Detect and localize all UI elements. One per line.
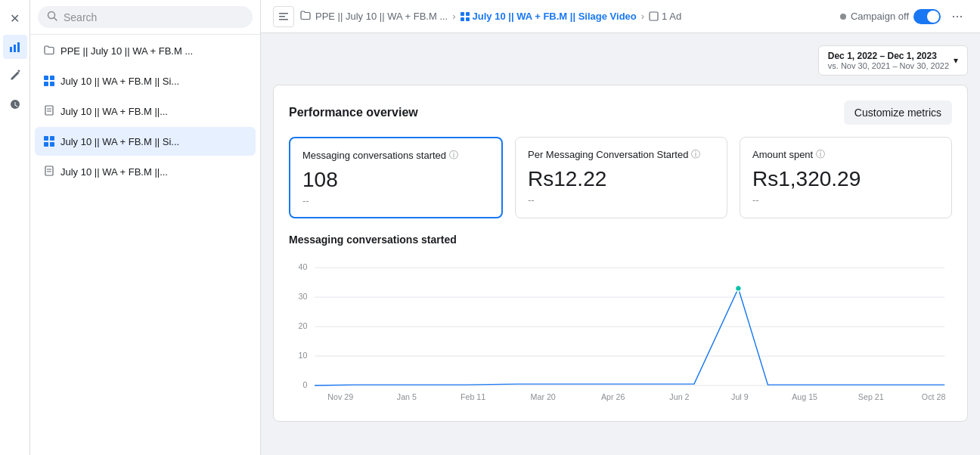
chart-icon-btn[interactable] — [3, 35, 27, 59]
svg-text:Jan 5: Jan 5 — [397, 392, 417, 401]
chart-title: Messaging conversations started — [289, 234, 952, 246]
sidebar-item-2-label: July 10 || WA + FB.M || Si... — [60, 76, 231, 87]
sidebar-item-3[interactable]: July 10 || WA + FB.M ||... ··· — [35, 97, 256, 125]
ad-badge: 1 Ad — [649, 11, 681, 22]
metric-2-label: Per Messaging Conversation Started ⓘ — [528, 148, 715, 161]
svg-text:Jun 2: Jun 2 — [669, 392, 689, 401]
metric-1-label: Messaging conversations started ⓘ — [302, 149, 489, 162]
edit-icon-btn[interactable] — [3, 63, 27, 88]
campaign-toggle[interactable] — [913, 9, 941, 24]
adset-grid-icon-breadcrumb — [461, 12, 470, 21]
svg-rect-5 — [45, 106, 53, 115]
svg-rect-8 — [45, 166, 53, 175]
svg-text:Feb 11: Feb 11 — [461, 392, 485, 401]
sidebar: PPE || July 10 || WA + FB.M ... ··· July… — [30, 0, 261, 455]
metric-2-value: Rs12.22 — [528, 167, 715, 191]
sidebar-item-5-label: July 10 || WA + FB.M ||... — [60, 166, 231, 178]
sidebar-item-3-label: July 10 || WA + FB.M ||... — [60, 106, 231, 117]
metric-1-value: 108 — [302, 168, 489, 192]
svg-rect-12 — [279, 16, 285, 17]
sidebar-item-4[interactable]: July 10 || WA + FB.M || Si... ··· — [35, 127, 256, 156]
metric-3-compare: -- — [752, 194, 939, 206]
svg-text:Oct 28: Oct 28 — [922, 392, 946, 401]
metric-3-value: Rs1,320.29 — [752, 167, 939, 191]
close-icon-btn[interactable]: ✕ — [3, 6, 27, 30]
search-input[interactable] — [64, 11, 243, 23]
date-range-main: Dec 1, 2022 – Dec 1, 2023 — [828, 51, 949, 61]
perf-header: Performance overview Customize metrics — [289, 101, 952, 125]
svg-rect-11 — [279, 13, 288, 14]
svg-text:10: 10 — [298, 351, 307, 360]
main-content: PPE || July 10 || WA + FB.M ... › July 1… — [261, 0, 980, 455]
metric-card-1[interactable]: Messaging conversations started ⓘ 108 -- — [289, 137, 503, 218]
svg-text:Sep 21: Sep 21 — [858, 392, 884, 401]
history-icon-btn[interactable] — [3, 92, 27, 116]
sidebar-toggle-btn[interactable] — [273, 6, 294, 27]
page-icon-5 — [44, 166, 54, 178]
breadcrumb: PPE || July 10 || WA + FB.M ... › July 1… — [300, 10, 834, 23]
status-dot — [840, 14, 846, 20]
metrics-row: Messaging conversations started ⓘ 108 --… — [289, 137, 952, 218]
sidebar-item-1-label: PPE || July 10 || WA + FB.M ... — [60, 45, 231, 57]
ad-count: 1 Ad — [662, 11, 681, 22]
metric-3-label: Amount spent ⓘ — [752, 148, 939, 161]
svg-text:20: 20 — [298, 321, 307, 330]
content-area: Dec 1, 2022 – Dec 1, 2023 vs. Nov 30, 20… — [261, 33, 980, 455]
top-bar: PPE || July 10 || WA + FB.M ... › July 1… — [261, 0, 980, 33]
svg-rect-1 — [14, 45, 16, 52]
date-range-chevron-icon: ▾ — [954, 55, 958, 66]
breadcrumb-item-1[interactable]: PPE || July 10 || WA + FB.M ... — [315, 11, 448, 22]
breadcrumb-sep: › — [452, 11, 455, 22]
sidebar-items: PPE || July 10 || WA + FB.M ... ··· July… — [30, 35, 260, 455]
date-range-compare: vs. Nov 30, 2021 – Nov 30, 2022 — [828, 61, 949, 70]
breadcrumb-item-2-active[interactable]: July 10 || WA + FB.M || Silage Video — [461, 11, 637, 22]
adset-grid-icon-2 — [44, 76, 54, 86]
svg-text:Apr 26: Apr 26 — [601, 392, 625, 401]
perf-title: Performance overview — [289, 106, 418, 119]
campaign-status: Campaign off — [840, 9, 941, 24]
date-range-bar: Dec 1, 2022 – Dec 1, 2023 vs. Nov 30, 20… — [273, 45, 968, 76]
metric-1-info-icon[interactable]: ⓘ — [449, 149, 458, 162]
svg-text:Jul 9: Jul 9 — [731, 392, 749, 401]
metric-2-info-icon[interactable]: ⓘ — [691, 148, 700, 161]
svg-rect-0 — [10, 47, 12, 52]
breadcrumb-sep-2: › — [641, 11, 644, 22]
page-icon-3 — [44, 105, 54, 118]
chart-section: Messaging conversations started 40 30 20… — [289, 234, 952, 406]
icon-bar: ✕ — [0, 0, 30, 455]
svg-line-4 — [54, 18, 57, 21]
customize-metrics-btn[interactable]: Customize metrics — [844, 101, 952, 125]
metric-card-3[interactable]: Amount spent ⓘ Rs1,320.29 -- — [740, 137, 952, 218]
folder-icon-breadcrumb — [300, 10, 311, 23]
performance-card: Performance overview Customize metrics M… — [273, 85, 968, 422]
svg-text:30: 30 — [298, 292, 307, 301]
chart-svg: 40 30 20 10 0 — [289, 255, 952, 406]
metric-3-info-icon[interactable]: ⓘ — [816, 148, 825, 161]
more-options-btn[interactable]: ··· — [947, 6, 968, 27]
sidebar-item-5[interactable]: July 10 || WA + FB.M ||... ··· — [35, 157, 256, 186]
svg-text:40: 40 — [298, 262, 307, 271]
svg-text:Aug 15: Aug 15 — [792, 392, 817, 401]
metric-card-2[interactable]: Per Messaging Conversation Started ⓘ Rs1… — [515, 137, 727, 218]
sidebar-item-1[interactable]: PPE || July 10 || WA + FB.M ... ··· — [35, 36, 256, 65]
search-input-wrap[interactable] — [38, 6, 253, 28]
campaign-status-label: Campaign off — [851, 11, 909, 22]
metric-1-compare: -- — [302, 195, 489, 206]
search-icon — [47, 11, 57, 23]
sidebar-item-4-label: July 10 || WA + FB.M || Si... — [60, 136, 231, 147]
chart-container: 40 30 20 10 0 — [289, 255, 952, 406]
chart-spike-marker — [736, 286, 742, 292]
search-box — [30, 0, 260, 35]
svg-text:0: 0 — [302, 380, 307, 389]
svg-text:Nov 29: Nov 29 — [327, 392, 353, 401]
date-range-btn[interactable]: Dec 1, 2022 – Dec 1, 2023 vs. Nov 30, 20… — [818, 45, 968, 76]
svg-rect-14 — [650, 12, 658, 20]
sidebar-item-2[interactable]: July 10 || WA + FB.M || Si... ··· — [35, 67, 256, 95]
svg-rect-2 — [17, 42, 20, 52]
metric-2-compare: -- — [528, 194, 715, 206]
svg-text:Mar 20: Mar 20 — [531, 392, 556, 401]
svg-rect-13 — [279, 19, 288, 20]
adset-grid-icon-4 — [44, 136, 54, 147]
folder-icon — [44, 45, 54, 57]
